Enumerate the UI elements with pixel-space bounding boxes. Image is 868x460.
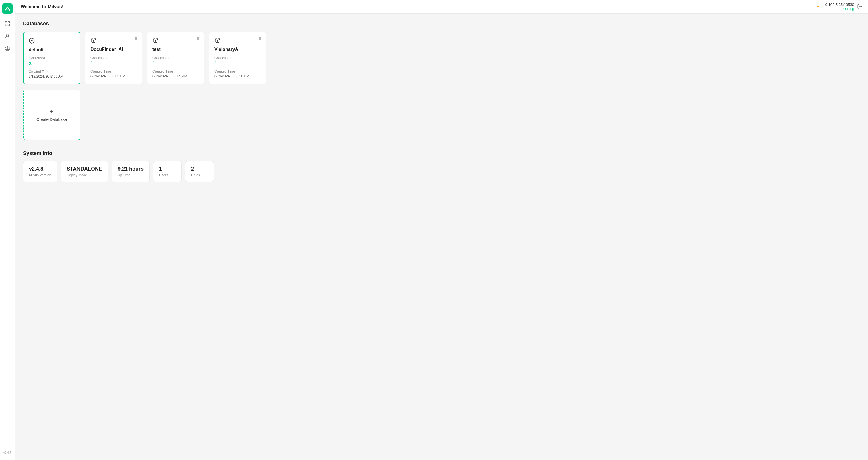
server-address: 10.102.5.35:19530: [823, 3, 854, 7]
database-icon-test: [152, 37, 199, 44]
sidebar-item-collections[interactable]: [2, 44, 12, 54]
collections-label-visionaryai: Collections: [214, 56, 261, 60]
system-info-card-users: 1 Users: [153, 161, 182, 182]
created-time-label-test: Created Time: [152, 69, 199, 73]
collections-label-docufinder: Collections: [90, 56, 137, 60]
svg-rect-2: [8, 22, 9, 23]
roles-value: 2: [191, 166, 208, 172]
sidebar: v2.4.7: [0, 0, 15, 460]
topbar-right: ☀ 10.102.5.35:19530 running: [816, 3, 862, 11]
users-label: Users: [159, 173, 176, 177]
system-info-card-uptime: 9.21 hours Up Time: [112, 161, 150, 182]
uptime-label: Up Time: [118, 173, 144, 177]
sidebar-item-users[interactable]: [2, 31, 12, 41]
deploy-mode-label: Deploy Mode: [67, 173, 102, 177]
server-status-label: running: [823, 7, 854, 11]
database-card-test[interactable]: 🗑 test Collections 1 Created Time 8/19/2…: [147, 32, 205, 84]
collections-label-default: Collections: [29, 56, 74, 60]
created-time-test: 8/19/2024, 9:52:39 AM: [152, 74, 199, 78]
svg-rect-1: [5, 22, 7, 23]
sidebar-version: v2.4.7: [3, 451, 11, 457]
system-info-card-roles: 2 Roles: [185, 161, 214, 182]
milvus-version-label: Milvus Version: [29, 173, 51, 177]
databases-grid: default Collections 3 Created Time 8/19/…: [23, 32, 860, 84]
uptime-value: 9.21 hours: [118, 166, 144, 172]
create-database-label: Create Database: [36, 117, 67, 122]
database-card-default[interactable]: default Collections 3 Created Time 8/19/…: [23, 32, 81, 84]
database-icon-visionaryai: [214, 37, 261, 44]
create-database-card[interactable]: + Create Database: [23, 90, 81, 140]
databases-section-title: Databases: [23, 21, 860, 27]
sidebar-item-databases[interactable]: [2, 19, 12, 29]
create-database-icon: +: [50, 109, 54, 115]
created-time-docufinder: 8/19/2024, 6:58:32 PM: [90, 74, 137, 78]
collections-count-default: 3: [29, 61, 74, 67]
created-time-label-docufinder: Created Time: [90, 69, 137, 73]
database-card-visionaryai[interactable]: 🗑 VisionaryAI Collections 1 Created Time…: [209, 32, 267, 84]
topbar: Welcome to Milvus! ☀ 10.102.5.35:19530 r…: [15, 0, 868, 14]
svg-point-5: [6, 34, 8, 36]
created-time-label-default: Created Time: [29, 70, 74, 74]
system-info-title: System Info: [23, 150, 860, 156]
database-name-default: default: [29, 47, 74, 52]
server-status: 10.102.5.35:19530 running: [823, 3, 854, 11]
delete-database-test[interactable]: 🗑: [196, 36, 200, 41]
database-card-docufinder[interactable]: 🗑 DocuFinder_AI Collections 1 Created Ti…: [85, 32, 143, 84]
database-name-test: test: [152, 47, 199, 52]
svg-rect-4: [8, 24, 9, 26]
collections-count-docufinder: 1: [90, 61, 137, 67]
database-name-docufinder: DocuFinder_AI: [90, 47, 137, 52]
system-info-card-deploy: STANDALONE Deploy Mode: [61, 161, 108, 182]
database-icon-default: [29, 38, 74, 45]
logout-icon[interactable]: [857, 4, 862, 10]
main-wrapper: Welcome to Milvus! ☀ 10.102.5.35:19530 r…: [15, 0, 868, 460]
created-time-visionaryai: 8/19/2024, 6:58:20 PM: [214, 74, 261, 78]
collections-label-test: Collections: [152, 56, 199, 60]
milvus-version-value: v2.4.8: [29, 166, 51, 172]
users-value: 1: [159, 166, 176, 172]
created-time-label-visionaryai: Created Time: [214, 69, 261, 73]
system-info-cards: v2.4.8 Milvus Version STANDALONE Deploy …: [23, 161, 860, 182]
delete-database-visionaryai[interactable]: 🗑: [258, 36, 262, 41]
collections-count-visionaryai: 1: [214, 61, 261, 67]
roles-label: Roles: [191, 173, 208, 177]
collections-count-test: 1: [152, 61, 199, 67]
content-area: Databases default Collections 3 Created …: [15, 14, 868, 460]
svg-rect-3: [5, 24, 7, 26]
theme-icon[interactable]: ☀: [816, 4, 820, 10]
database-icon-docufinder: [90, 37, 137, 44]
app-logo[interactable]: [2, 3, 12, 14]
database-name-visionaryai: VisionaryAI: [214, 47, 261, 52]
svg-rect-0: [2, 3, 12, 14]
system-info-card-version: v2.4.8 Milvus Version: [23, 161, 57, 182]
page-title: Welcome to Milvus!: [21, 4, 63, 9]
delete-database-docufinder[interactable]: 🗑: [134, 36, 138, 41]
created-time-default: 8/19/2024, 9:47:36 AM: [29, 74, 74, 79]
deploy-mode-value: STANDALONE: [67, 166, 102, 172]
